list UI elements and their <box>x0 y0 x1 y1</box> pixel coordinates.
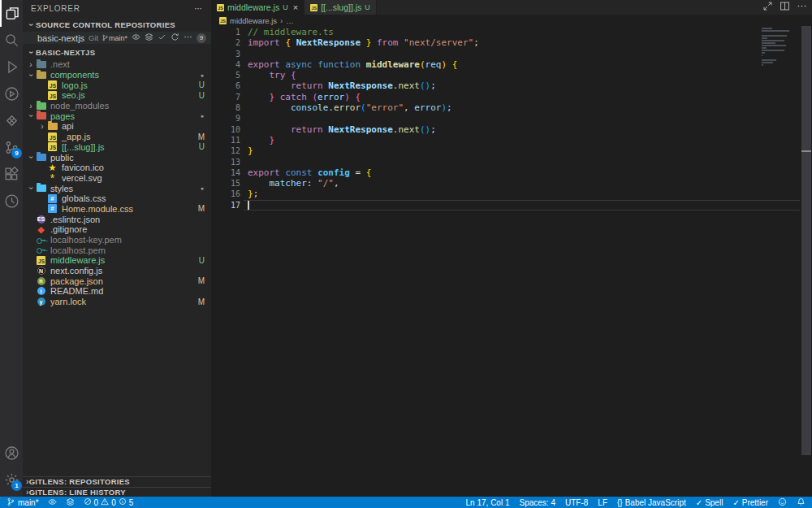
status-encoding[interactable]: UTF-8 <box>565 498 588 507</box>
commit-check-icon[interactable] <box>158 33 166 43</box>
breadcrumb[interactable]: JS middleware.js › … <box>211 15 812 26</box>
status-indentation[interactable]: Spaces: 4 <box>520 498 555 507</box>
vercel-logo-icon: * <box>47 172 58 183</box>
code-line-16: 16}; <box>211 189 801 199</box>
scm-repo-row[interactable]: basic-nextjs Git main*9 <box>23 32 211 44</box>
tree-item-globals.css[interactable]: #globals.css <box>23 193 211 204</box>
chevron-right-icon[interactable]: › <box>26 60 36 69</box>
status-spell-checker[interactable]: ✓Spell <box>696 498 723 507</box>
scrollbar-thumb[interactable] <box>801 26 811 455</box>
gitlens-blame-toggle[interactable] <box>48 497 57 508</box>
js-file-icon: JS <box>47 132 58 142</box>
tree-item-label: .gitignore <box>50 224 87 234</box>
activity-item-extensions[interactable] <box>0 161 23 188</box>
layers-icon[interactable] <box>145 33 153 43</box>
panel-gitlens-repositories[interactable]: › GITLENS: REPOSITORIES <box>23 476 211 487</box>
gitlens-compare[interactable] <box>66 497 75 508</box>
tree-item-localhost-key.pem[interactable]: localhost-key.pem <box>23 235 211 245</box>
tab-bar: JSmiddleware.jsU×JS[[...slug]].jsU <box>211 0 812 15</box>
open-changes-icon[interactable] <box>762 0 773 15</box>
tree-item-vercel.svg[interactable]: *vercel.svg <box>23 173 211 184</box>
folder-icon <box>36 70 46 80</box>
tree-item-package.json[interactable]: npackage.jsonM <box>23 276 211 286</box>
chevron-down-icon[interactable]: › <box>27 153 36 163</box>
problems-status[interactable]: 0 0 5 <box>84 497 134 507</box>
tree-item-README.md[interactable]: iREADME.md <box>23 286 211 297</box>
sidebar-explorer: EXPLORER ⋯ › SOURCE CONTROL REPOSITORIES… <box>23 0 211 497</box>
status-feedback[interactable] <box>778 497 787 508</box>
tree-item-label: [[...slug]].js <box>62 142 105 152</box>
code-line-12: 12} <box>211 145 801 156</box>
code-line-15: 15matcher: "/", <box>211 178 801 189</box>
tree-item-_app.js[interactable]: JS_app.jsM <box>23 132 211 142</box>
activity-item-source-control[interactable]: 9 <box>0 134 23 161</box>
activity-bar: 9 1 <box>0 0 23 497</box>
split-editor-icon[interactable] <box>780 0 790 15</box>
tree-item-localhost.pem[interactable]: localhost.pem <box>23 245 211 255</box>
tree-item-Home.module.css[interactable]: #Home.module.cssM <box>23 204 211 215</box>
activity-item-accounts[interactable] <box>0 440 23 467</box>
status-cursor-position[interactable]: Ln 17, Col 1 <box>466 498 510 507</box>
tree-item-label: node_modules <box>50 101 109 111</box>
tree-item-.eslintrc.json[interactable]: ES.eslintrc.json <box>23 214 211 224</box>
chevron-right-icon[interactable]: › <box>26 102 36 111</box>
status-eol[interactable]: LF <box>598 498 607 507</box>
chevron-down-icon[interactable]: › <box>27 70 36 80</box>
eye-icon[interactable] <box>132 33 140 43</box>
code-line-17: 17 <box>211 200 801 211</box>
tree-item-seo.js[interactable]: JSseo.jsU <box>23 90 211 101</box>
chevron-down-icon[interactable]: › <box>27 184 36 193</box>
tree-item-components[interactable]: ›components● <box>23 70 211 80</box>
status-notifications[interactable] <box>797 497 806 508</box>
chevron-down-icon[interactable]: › <box>27 111 36 121</box>
activity-item-gitlens[interactable] <box>0 188 23 215</box>
tree-item-pages[interactable]: ›pages● <box>23 111 211 121</box>
tree-item-node_modules[interactable]: ›node_modules <box>23 101 211 111</box>
check-icon: ✓ <box>696 498 702 507</box>
more-actions-icon[interactable] <box>797 0 807 15</box>
activity-item-run-and-debug[interactable] <box>0 54 23 80</box>
more-actions-icon[interactable] <box>184 33 192 43</box>
close-icon[interactable]: × <box>293 2 298 12</box>
activity-item-extension-pack[interactable] <box>0 107 23 134</box>
line-number: 15 <box>211 178 240 189</box>
tree-item-yarn.lock[interactable]: yyarn.lockM <box>23 297 211 307</box>
vertical-scrollbar[interactable] <box>801 26 812 497</box>
section-basic-nextjs[interactable]: › BASIC-NEXTJS <box>23 48 211 57</box>
minimap[interactable] <box>762 28 797 69</box>
chevron-right-icon[interactable]: › <box>37 122 47 131</box>
activity-item-live-preview[interactable] <box>0 80 23 107</box>
folder-icon <box>47 121 58 132</box>
tree-item-label: favicon.ico <box>62 163 104 172</box>
status-prettier[interactable]: ✓Prettier <box>732 498 768 507</box>
tab-middleware.js[interactable]: JSmiddleware.jsU× <box>211 0 304 15</box>
section-source-control-repositories[interactable]: › SOURCE CONTROL REPOSITORIES <box>23 20 211 29</box>
activity-item-explorer[interactable] <box>0 0 23 27</box>
code-editor[interactable]: 1// middleware.ts2import { NextResponse … <box>211 26 812 497</box>
tree-item-api[interactable]: ›api <box>23 121 211 132</box>
folder-icon <box>36 111 46 121</box>
activity-item-settings[interactable]: 1 <box>0 467 23 493</box>
tree-item-middleware.js[interactable]: JSmiddleware.jsU <box>23 255 211 266</box>
tabs: JSmiddleware.jsU×JS[[...slug]].jsU <box>211 0 377 15</box>
status-language-mode[interactable]: {}Babel JavaScript <box>617 498 686 507</box>
refresh-icon[interactable] <box>171 33 179 43</box>
branch-status[interactable]: main* <box>6 497 39 508</box>
panel-gitlens-line-history[interactable]: › GITLENS: LINE HISTORY <box>23 487 211 497</box>
git-status-badge: M <box>198 204 205 213</box>
tree-item-[[...slug]].js[interactable]: JS[[...slug]].jsU <box>23 142 211 153</box>
js-file-icon: JS <box>310 4 317 11</box>
tree-item-styles[interactable]: ›styles● <box>23 183 211 193</box>
tree-item-.gitignore[interactable]: ◆.gitignore <box>23 224 211 235</box>
tab-[[...slug]].js[interactable]: JS[[...slug]].jsU <box>304 0 377 15</box>
tree-item-public[interactable]: ›public <box>23 152 211 163</box>
tree-item-logo.js[interactable]: JSlogo.jsU <box>23 80 211 90</box>
branch-indicator[interactable]: main* <box>102 34 127 42</box>
tree-item-next.config.js[interactable]: Nnext.config.js <box>23 266 211 276</box>
editor-actions <box>762 0 807 15</box>
activity-item-search[interactable] <box>0 27 23 54</box>
status-label: Spell <box>705 498 723 507</box>
tree-item-.next[interactable]: ›.next <box>23 59 211 70</box>
error-icon <box>84 497 92 507</box>
explorer-more-actions-icon[interactable]: ⋯ <box>194 4 203 13</box>
